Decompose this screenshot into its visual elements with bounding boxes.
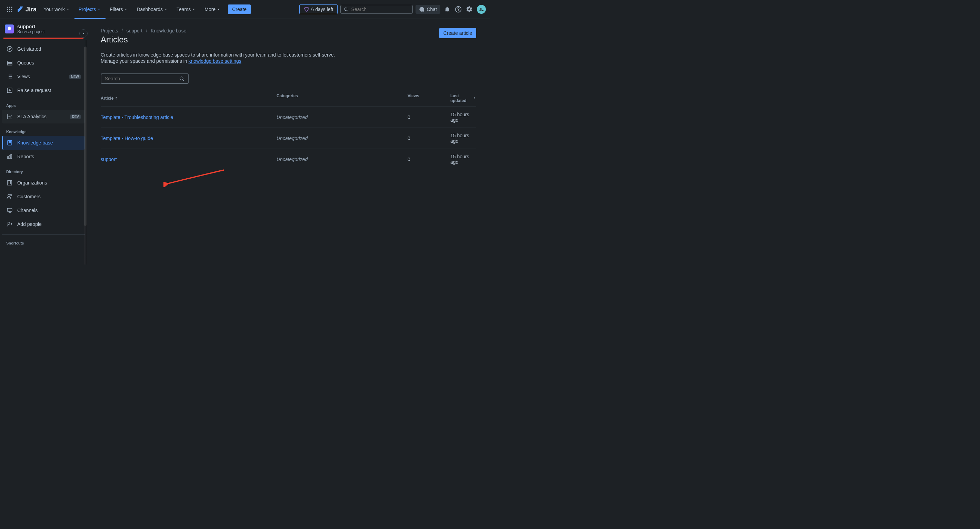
sidebar-item-customers[interactable]: Customers [2,190,85,204]
book-icon [6,140,13,146]
svg-point-26 [180,77,183,80]
svg-rect-21 [8,180,12,185]
diamond-icon [304,6,309,12]
svg-point-8 [11,11,12,12]
chevron-down-icon [191,7,196,12]
annotation-underline [3,38,83,38]
section-shortcuts: Shortcuts [2,234,85,247]
global-search-input[interactable] [352,6,410,12]
breadcrumb: Projects / support / Knowledge base [101,28,186,33]
col-categories[interactable]: Categories [277,94,407,103]
table-row: Template - How-to guideUncategorized015 … [101,128,476,149]
kb-settings-link[interactable]: knowledge base settings [188,58,241,64]
sidebar-item-sla-analytics[interactable]: SLA AnalyticsDEV [2,110,85,123]
create-button[interactable]: Create [228,5,251,14]
sort-icon [473,96,476,100]
sidebar-item-reports[interactable]: Reports [2,150,85,164]
svg-point-5 [11,9,12,10]
sidebar-item-queues[interactable]: Queues [2,56,85,70]
avatar[interactable]: JL [477,5,486,14]
col-article[interactable]: Article [101,94,277,103]
dev-badge: DEV [70,115,81,119]
desc-line1: Create articles in knowledge base spaces… [101,52,476,57]
svg-rect-15 [7,64,12,65]
queue-icon [6,60,13,66]
svg-point-4 [9,9,10,10]
cell-category: Uncategorized [277,156,407,162]
sidebar-item-get-started[interactable]: Get started [2,42,85,56]
search-icon [344,6,348,12]
article-link[interactable]: Template - Troubleshooting article [101,115,173,120]
cell-views: 0 [407,115,450,120]
sidebar-item-organizations[interactable]: Organizations [2,176,85,190]
article-search[interactable] [101,73,189,84]
crumb-kb[interactable]: Knowledge base [151,28,186,33]
svg-point-0 [7,7,8,8]
chevron-down-icon [65,7,70,12]
global-search[interactable] [340,5,413,14]
crumb-sep: / [122,28,123,33]
sidebar-item-views[interactable]: ViewsNEW [2,70,85,83]
svg-point-1 [9,7,10,8]
scrollbar-thumb[interactable] [84,46,87,226]
settings-icon[interactable] [464,4,475,15]
project-header[interactable]: support Service project [2,22,85,36]
plus-square-icon [6,87,13,94]
cell-updated: 15 hours ago [450,133,476,144]
svg-point-2 [11,7,12,8]
svg-point-12 [7,46,13,52]
help-icon[interactable] [453,4,464,15]
chat-button[interactable]: Chat [415,5,440,14]
sort-icon [114,96,118,100]
svg-point-9 [344,8,347,10]
building-icon [6,180,13,186]
project-icon [5,24,14,33]
svg-rect-19 [9,156,10,159]
section-apps: Apps [2,97,85,110]
nav-filters[interactable]: Filters [108,5,130,14]
cell-category: Uncategorized [277,115,407,120]
crumb-projects[interactable]: Projects [101,28,118,33]
sidebar-item-channels[interactable]: Channels [2,204,85,217]
project-name: support [17,24,45,29]
nav-dashboards[interactable]: Dashboards [134,5,170,14]
users-icon [6,193,13,200]
crumb-sep: / [146,28,147,33]
topbar: Jira Your work Projects Filters Dashboar… [0,0,490,19]
article-link[interactable]: Template - How-to guide [101,135,153,141]
collapse-sidebar-icon[interactable] [79,29,88,38]
new-badge: NEW [69,75,81,79]
scrollbar-track [84,46,87,264]
cell-views: 0 [407,156,450,162]
cell-updated: 15 hours ago [450,154,476,165]
notifications-icon[interactable] [442,4,453,15]
user-plus-icon [6,221,13,227]
nav-more[interactable]: More [202,5,223,14]
svg-rect-20 [11,155,12,159]
svg-point-22 [8,194,10,196]
sidebar: support Service project Get started Queu… [0,19,87,264]
section-directory: Directory [2,164,85,176]
col-views[interactable]: Views [407,94,450,103]
create-article-button[interactable]: Create article [439,28,476,38]
sidebar-item-add-people[interactable]: Add people [2,217,85,231]
list-icon [6,73,13,80]
svg-point-6 [7,11,8,12]
page-title: Articles [101,35,186,45]
sidebar-item-knowledge-base[interactable]: Knowledge base [2,136,85,150]
trial-button[interactable]: 6 days left [299,5,338,14]
article-link[interactable]: support [101,156,117,162]
desc-line2: Manage your spaces and permissions in kn… [101,58,476,64]
chevron-down-icon [97,7,101,12]
app-switcher-icon[interactable] [4,4,15,15]
col-updated[interactable]: Last updated [450,94,476,103]
jira-logo[interactable]: Jira [17,5,37,13]
nav-projects[interactable]: Projects [76,5,104,14]
sidebar-item-raise-request[interactable]: Raise a request [2,83,85,97]
nav-your-work[interactable]: Your work [41,5,72,14]
article-search-input[interactable] [105,76,179,81]
logo-text: Jira [25,6,37,13]
section-knowledge: Knowledge [2,123,85,136]
nav-teams[interactable]: Teams [175,5,198,14]
crumb-support[interactable]: support [126,28,142,33]
